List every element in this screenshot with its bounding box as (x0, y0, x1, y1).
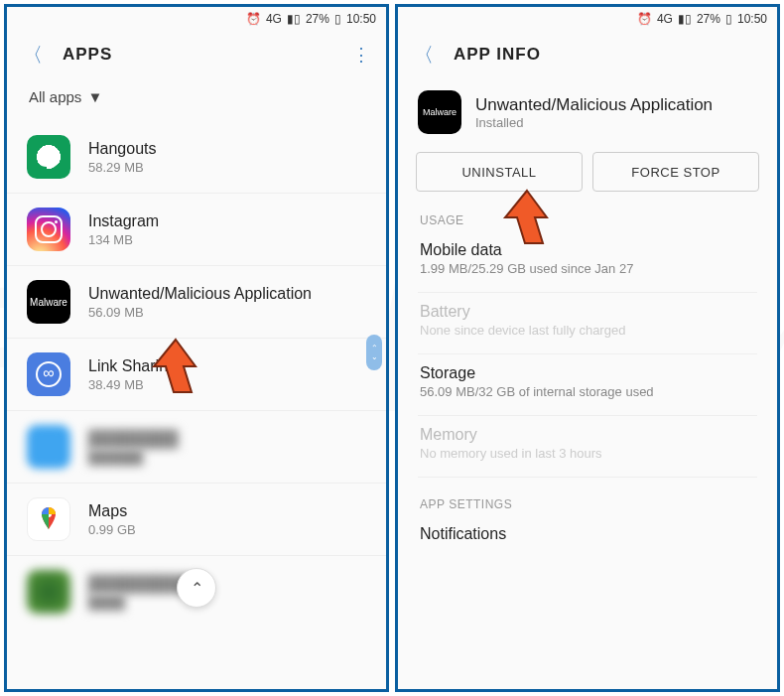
list-item-hangouts[interactable]: Hangouts 58.29 MB (7, 121, 386, 194)
app-size: 56.09 MB (88, 305, 312, 320)
app-name: ████████ (88, 430, 179, 448)
network-type: 4G (657, 12, 673, 26)
back-icon[interactable]: 〈 (23, 42, 43, 69)
phone-screen-app-info: ⏰ 4G ▮▯ 27% ▯ 10:50 〈 APP INFO Malware U… (395, 4, 780, 692)
app-size: 58.29 MB (88, 160, 157, 175)
scroll-to-top-button[interactable]: ⌃ (177, 568, 216, 608)
list-item-link-sharing[interactable]: Link Sharing 38.49 MB (7, 339, 386, 411)
maps-icon (27, 497, 70, 541)
page-title: APPS (63, 45, 112, 65)
app-name: Unwanted/Malicious Application (475, 95, 713, 115)
overflow-menu-icon[interactable]: ⋮ (352, 44, 370, 66)
status-bar: ⏰ 4G ▮▯ 27% ▯ 10:50 (398, 7, 777, 31)
row-title: Notifications (420, 525, 755, 543)
row-title: Storage (420, 364, 755, 382)
alarm-icon: ⏰ (246, 12, 261, 26)
hangouts-icon (27, 135, 70, 179)
app-name: █████████ (88, 575, 190, 593)
blurred-app-icon (27, 425, 70, 469)
row-sub: 56.09 MB/32 GB of internal storage used (420, 384, 755, 399)
chevron-up-icon: ⌃ (191, 579, 203, 598)
usage-section-label: USAGE (398, 206, 777, 231)
back-icon[interactable]: 〈 (414, 42, 434, 69)
page-title: APP INFO (454, 45, 541, 65)
force-stop-button[interactable]: FORCE STOP (592, 152, 759, 192)
signal-icon: ▮▯ (287, 12, 301, 26)
clock: 10:50 (737, 12, 767, 26)
list-item-maps[interactable]: Maps 0.99 GB (7, 484, 386, 556)
app-info-header: Malware Unwanted/Malicious Application I… (398, 78, 777, 138)
blurred-app-icon (27, 570, 70, 614)
chevron-up-icon: ⌃ (371, 344, 378, 352)
uninstall-button[interactable]: UNINSTALL (416, 152, 583, 192)
app-name: Link Sharing (88, 357, 177, 375)
filter-label: All apps (29, 88, 81, 105)
app-install-status: Installed (475, 115, 713, 130)
action-button-row: UNINSTALL FORCE STOP (398, 138, 777, 206)
list-item-blurred[interactable]: ████████ ██████ (7, 411, 386, 484)
alarm-icon: ⏰ (637, 12, 652, 26)
signal-icon: ▮▯ (678, 12, 692, 26)
header-bar: 〈 APPS ⋮ (7, 31, 386, 78)
memory-row[interactable]: Memory No memory used in last 3 hours (418, 416, 757, 478)
app-name: Unwanted/Malicious Application (88, 285, 312, 303)
instagram-icon (27, 208, 70, 251)
row-sub: No memory used in last 3 hours (420, 446, 755, 461)
battery-row[interactable]: Battery None since device last fully cha… (418, 293, 757, 354)
notifications-row[interactable]: Notifications (418, 515, 757, 543)
header-bar: 〈 APP INFO (398, 31, 777, 78)
chevron-down-icon: ▼ (87, 88, 102, 105)
link-sharing-icon (27, 352, 70, 396)
app-size: 38.49 MB (88, 377, 177, 392)
malware-icon: Malware (418, 90, 461, 134)
app-size: ██████ (88, 450, 179, 465)
network-type: 4G (266, 12, 282, 26)
app-size: ████ (88, 595, 190, 610)
clock: 10:50 (346, 12, 376, 26)
filter-dropdown[interactable]: All apps ▼ (7, 78, 386, 121)
apps-list: Hangouts 58.29 MB Instagram 134 MB Malwa… (7, 121, 386, 627)
row-sub: 1.99 MB/25.29 GB used since Jan 27 (420, 261, 755, 276)
battery-percent: 27% (697, 12, 720, 26)
mobile-data-row[interactable]: Mobile data 1.99 MB/25.29 GB used since … (418, 231, 757, 293)
battery-icon: ▯ (725, 12, 732, 26)
malware-icon: Malware (27, 280, 70, 324)
storage-row[interactable]: Storage 56.09 MB/32 GB of internal stora… (418, 354, 757, 416)
fast-scroll-handle[interactable]: ⌃ ⌄ (366, 335, 382, 370)
list-item-malicious-app[interactable]: Malware Unwanted/Malicious Application 5… (7, 266, 386, 339)
app-settings-section-label: APP SETTINGS (398, 489, 777, 515)
app-size: 134 MB (88, 232, 159, 247)
app-name: Instagram (88, 212, 159, 230)
row-title: Memory (420, 426, 755, 444)
row-sub: None since device last fully charged (420, 323, 755, 338)
battery-icon: ▯ (334, 12, 341, 26)
app-name: Hangouts (88, 140, 157, 158)
app-name: Maps (88, 502, 136, 520)
app-size: 0.99 GB (88, 522, 136, 537)
row-title: Battery (420, 303, 755, 321)
row-title: Mobile data (420, 241, 755, 259)
battery-percent: 27% (306, 12, 329, 26)
list-item-instagram[interactable]: Instagram 134 MB (7, 194, 386, 266)
status-bar: ⏰ 4G ▮▯ 27% ▯ 10:50 (7, 7, 386, 31)
chevron-down-icon: ⌄ (371, 352, 378, 361)
phone-screen-apps: ⏰ 4G ▮▯ 27% ▯ 10:50 〈 APPS ⋮ All apps ▼ … (4, 4, 389, 692)
